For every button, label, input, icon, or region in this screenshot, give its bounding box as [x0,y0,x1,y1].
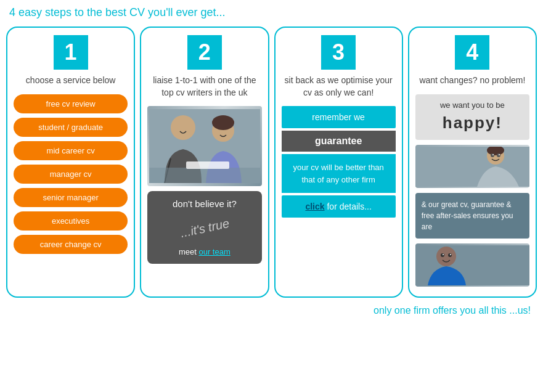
step-desc-2: liaise 1-to-1 with one of the top cv wri… [147,75,261,99]
column-2: 2 liaise 1-to-1 with one of the top cv w… [140,27,269,298]
svg-point-14 [436,247,456,266]
btn-student-graduate[interactable]: student / graduate [14,118,128,137]
meeting-svg [149,109,260,183]
meet-text: meet our team [153,246,255,258]
remember-box: remember we [282,106,396,128]
svg-point-17 [443,254,444,255]
our-team-link[interactable]: our team [198,247,230,256]
svg-point-18 [450,254,451,255]
happy-word: happy! [422,113,523,134]
guarantee-text-box: & our great cv, guarantee & free after-s… [415,193,529,239]
step-number-2: 2 [187,35,222,70]
svg-point-3 [212,115,234,130]
col2-dark-section: don't believe it? ...it's true meet our … [147,191,261,264]
svg-point-11 [492,154,494,155]
page-title: 4 easy steps to the best CV you'll ever … [6,6,537,19]
svg-point-15 [441,253,444,257]
meeting-image [147,106,261,186]
click-link[interactable]: click [305,202,324,211]
btn-executives[interactable]: executives [14,211,128,231]
happy-box: we want you to be happy! [415,94,529,141]
step-desc-1: choose a service below [26,75,116,87]
cv-better-box: your cv will be better than that of any … [282,154,396,193]
step-number-1: 1 [54,35,88,70]
guarantee-box: guarantee [282,131,396,152]
click-details-box[interactable]: click for details... [282,195,396,218]
column-3: 3 sit back as we optimise your cv as onl… [274,27,403,298]
svg-point-16 [448,253,452,257]
btn-career-change[interactable]: career change cv [14,235,128,254]
its-true-text: ...it's true [178,214,231,242]
btn-mid-career[interactable]: mid career cv [14,141,128,160]
svg-point-12 [499,154,500,155]
woman-smiling-image [415,145,529,188]
column-4: 4 want changes? no problem! we want you … [408,27,537,298]
svg-point-1 [171,115,195,140]
man-smiling-image [415,243,529,287]
btn-senior-manager[interactable]: senior manager [14,188,128,207]
step-desc-3: sit back as we optimise your cv as only … [282,75,396,99]
step-number-3: 3 [321,35,356,70]
svg-rect-4 [149,168,260,183]
svg-point-9 [491,153,494,157]
columns: 1 choose a service below free cv review … [6,27,537,298]
svg-rect-5 [186,161,229,169]
for-details-text: for details... [325,202,372,211]
step-desc-4: want changes? no problem! [419,75,525,87]
dont-believe-text: don't believe it? [153,197,255,211]
btn-free-cv-review[interactable]: free cv review [14,94,128,113]
svg-point-10 [497,153,500,157]
step-number-4: 4 [455,35,489,70]
bottom-text: only one firm offers you all this ...us! [6,305,537,316]
we-want-text: we want you to be [422,100,523,111]
column-1: 1 choose a service below free cv review … [6,27,135,298]
btn-manager-cv[interactable]: manager cv [14,165,128,184]
